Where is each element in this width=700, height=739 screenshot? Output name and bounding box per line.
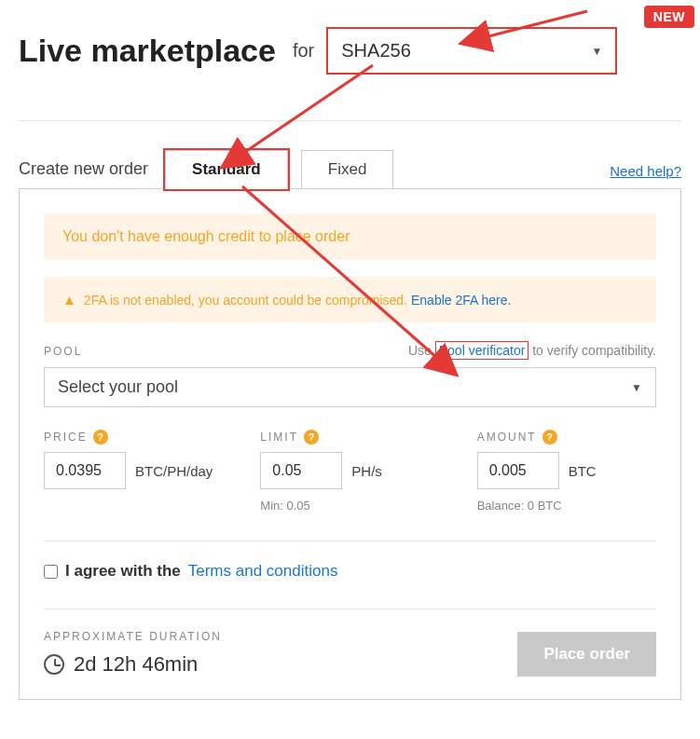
order-panel: You don't have enough credit to place or… (19, 188, 681, 700)
help-icon[interactable]: ? (304, 430, 319, 445)
create-order-label: Create new order (19, 159, 148, 188)
warning-icon: ▲ (62, 292, 76, 308)
new-badge: NEW (644, 6, 694, 28)
amount-unit: BTC (569, 463, 597, 479)
need-help-link[interactable]: Need help? (610, 163, 681, 188)
price-unit: BTC/PH/day (135, 463, 213, 479)
alert-credit: You don't have enough credit to place or… (44, 213, 656, 260)
amount-input[interactable] (477, 452, 559, 489)
limit-label: LIMIT (260, 431, 298, 444)
amount-label: AMOUNT (477, 431, 537, 444)
limit-min: Min: 0.05 (260, 499, 439, 513)
for-label: for (293, 40, 314, 62)
divider (44, 609, 656, 609)
tab-fixed[interactable]: Fixed (301, 150, 394, 189)
amount-balance: Balance: 0 BTC (477, 499, 656, 513)
pool-label: POOL (44, 345, 82, 358)
limit-input[interactable] (260, 452, 342, 489)
chevron-down-icon: ▼ (591, 45, 602, 58)
chevron-down-icon: ▼ (631, 381, 642, 394)
algorithm-select[interactable]: SHA256 ▼ (327, 28, 616, 74)
terms-link[interactable]: Terms and conditions (188, 562, 338, 581)
price-label: PRICE (44, 431, 88, 444)
pool-select-placeholder: Select your pool (58, 377, 178, 397)
help-icon[interactable]: ? (93, 430, 108, 445)
pool-verif-text: Use Pool verificator to verify compatibi… (408, 343, 656, 358)
help-icon[interactable]: ? (542, 430, 557, 445)
algorithm-value: SHA256 (341, 40, 411, 62)
alert-2fa: ▲ 2FA is not enabled, you account could … (44, 277, 656, 322)
duration-label: APPROXIMATE DURATION (44, 630, 222, 643)
divider (44, 541, 656, 541)
pool-select[interactable]: Select your pool ▼ (44, 367, 656, 407)
divider (19, 120, 681, 121)
clock-icon (44, 654, 64, 675)
place-order-button[interactable]: Place order (517, 632, 656, 677)
pool-verificator-link[interactable]: Pool verificator (435, 341, 529, 360)
duration-value: 2d 12h 46min (74, 652, 198, 677)
alert-2fa-text: 2FA is not enabled, you account could be… (84, 293, 407, 308)
limit-unit: PH/s (351, 463, 382, 479)
tab-standard[interactable]: Standard (165, 150, 288, 189)
page-title: Live marketplace (19, 33, 276, 69)
price-input[interactable] (44, 452, 126, 489)
agree-checkbox[interactable] (44, 565, 58, 579)
agree-text: I agree with the (65, 562, 181, 581)
enable-2fa-link[interactable]: Enable 2FA here. (411, 293, 511, 308)
